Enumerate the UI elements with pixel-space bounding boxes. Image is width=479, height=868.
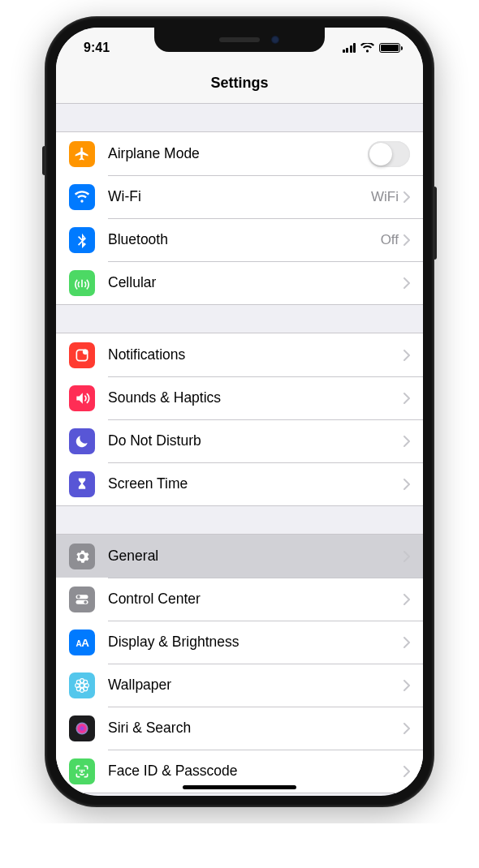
row-label: Control Center	[108, 591, 403, 608]
settings-row-siri[interactable]: Siri & Search	[56, 707, 423, 750]
aa-icon: AA	[69, 630, 95, 655]
row-label: General	[108, 548, 403, 565]
wifi-icon	[360, 43, 374, 53]
row-label: Notifications	[108, 346, 403, 363]
section-spacer	[56, 305, 423, 333]
chevron-right-icon	[403, 350, 410, 361]
bluetooth-icon	[69, 227, 95, 253]
hourglass-icon	[69, 471, 95, 497]
home-indicator[interactable]	[183, 785, 296, 789]
toggle-airplane[interactable]	[368, 141, 410, 167]
row-label: Airplane Mode	[108, 145, 368, 162]
status-time: 9:41	[84, 36, 110, 55]
speaker	[219, 37, 260, 42]
row-label: Bluetooth	[108, 231, 381, 248]
settings-row-wallpaper[interactable]: Wallpaper	[56, 664, 423, 707]
settings-row-sounds[interactable]: Sounds & Haptics	[56, 376, 423, 419]
notifications-icon	[69, 342, 95, 368]
moon-icon	[69, 428, 95, 454]
settings-row-display[interactable]: AADisplay & Brightness	[56, 621, 423, 664]
settings-row-airplane[interactable]: Airplane Mode	[56, 132, 423, 175]
row-label: Cellular	[108, 274, 403, 291]
siri-icon	[69, 715, 95, 741]
row-label: Wi-Fi	[108, 188, 371, 205]
chevron-right-icon	[403, 436, 410, 447]
svg-text:A: A	[81, 637, 89, 649]
chevron-right-icon	[403, 637, 410, 648]
battery-icon	[379, 43, 400, 53]
row-label: Wallpaper	[108, 677, 403, 694]
status-indicators	[343, 38, 401, 53]
row-label: Sounds & Haptics	[108, 389, 403, 406]
row-value: WiFi	[371, 189, 399, 205]
chevron-right-icon	[403, 479, 410, 490]
settings-row-cellular[interactable]: Cellular	[56, 261, 423, 304]
svg-point-17	[76, 722, 88, 734]
front-camera	[271, 36, 279, 44]
settings-group: GeneralControl CenterAADisplay & Brightn…	[56, 534, 423, 793]
row-label: Display & Brightness	[108, 634, 403, 651]
row-label: Do Not Disturb	[108, 432, 403, 449]
svg-point-8	[80, 683, 84, 687]
airplane-icon	[69, 141, 95, 167]
chevron-right-icon	[403, 191, 410, 203]
sounds-icon	[69, 385, 95, 411]
settings-row-notifications[interactable]: Notifications	[56, 333, 423, 376]
settings-row-bluetooth[interactable]: BluetoothOff	[56, 218, 423, 261]
chevron-right-icon	[403, 594, 410, 605]
chevron-right-icon	[403, 234, 410, 246]
switches-icon	[69, 587, 95, 612]
settings-row-dnd[interactable]: Do Not Disturb	[56, 419, 423, 462]
chevron-right-icon	[403, 551, 410, 562]
gear-icon	[69, 544, 95, 569]
row-label: Face ID & Passcode	[108, 763, 403, 780]
row-label: Screen Time	[108, 475, 403, 492]
wifi-icon	[69, 184, 95, 210]
section-spacer	[56, 104, 423, 131]
screen: 9:41 Settings Airplane ModeWi-FiWiFiBlue…	[56, 28, 423, 796]
chevron-right-icon	[403, 723, 410, 734]
face-icon	[69, 758, 95, 784]
svg-point-3	[77, 595, 80, 598]
chevron-right-icon	[403, 766, 410, 777]
row-value: Off	[381, 232, 399, 248]
device-frame: 9:41 Settings Airplane ModeWi-FiWiFiBlue…	[45, 16, 434, 807]
settings-row-general[interactable]: General	[56, 535, 423, 578]
toggle-knob	[369, 143, 392, 165]
page-title: Settings	[56, 63, 423, 104]
settings-row-controlcenter[interactable]: Control Center	[56, 578, 423, 621]
section-spacer	[56, 506, 423, 534]
row-label: Siri & Search	[108, 720, 403, 737]
chevron-right-icon	[403, 393, 410, 404]
settings-group: Airplane ModeWi-FiWiFiBluetoothOffCellul…	[56, 131, 423, 305]
flower-icon	[69, 672, 95, 698]
settings-row-screentime[interactable]: Screen Time	[56, 462, 423, 505]
svg-point-5	[84, 600, 87, 604]
cellular-icon	[69, 270, 95, 296]
settings-group: NotificationsSounds & HapticsDo Not Dist…	[56, 333, 423, 506]
settings-list: Airplane ModeWi-FiWiFiBluetoothOffCellul…	[56, 104, 423, 793]
settings-row-wifi[interactable]: Wi-FiWiFi	[56, 175, 423, 218]
svg-point-1	[83, 349, 88, 355]
chevron-right-icon	[403, 680, 410, 691]
cellular-signal-icon	[343, 43, 356, 53]
chevron-right-icon	[403, 277, 410, 289]
notch	[154, 28, 325, 52]
